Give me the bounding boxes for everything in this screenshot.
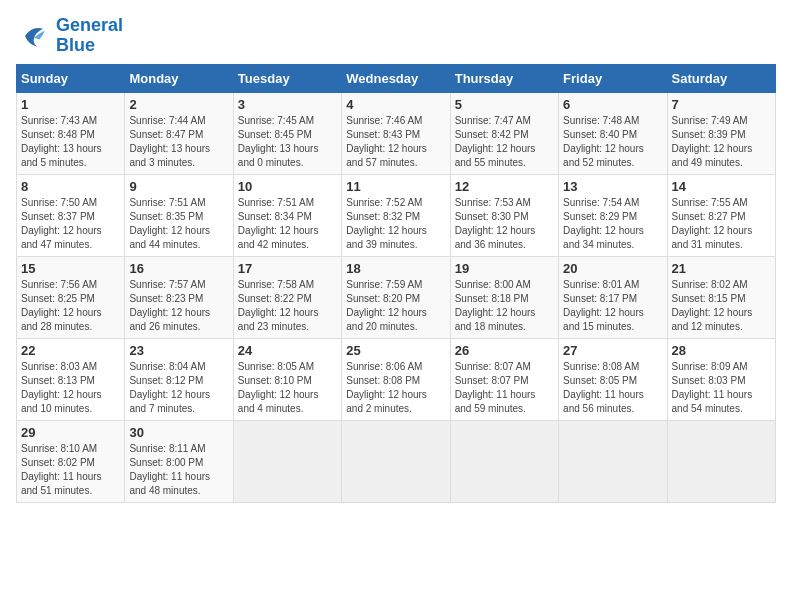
day-cell: 6Sunrise: 7:48 AMSunset: 8:40 PMDaylight… <box>559 92 667 174</box>
logo-icon <box>16 18 52 54</box>
day-cell: 16Sunrise: 7:57 AMSunset: 8:23 PMDayligh… <box>125 256 233 338</box>
header-wednesday: Wednesday <box>342 64 450 92</box>
calendar-header-row: SundayMondayTuesdayWednesdayThursdayFrid… <box>17 64 776 92</box>
day-number: 11 <box>346 179 445 194</box>
day-number: 17 <box>238 261 337 276</box>
day-detail: Sunrise: 7:55 AMSunset: 8:27 PMDaylight:… <box>672 196 771 252</box>
day-number: 2 <box>129 97 228 112</box>
logo-text: General <box>56 16 123 36</box>
day-number: 15 <box>21 261 120 276</box>
day-detail: Sunrise: 7:46 AMSunset: 8:43 PMDaylight:… <box>346 114 445 170</box>
day-number: 7 <box>672 97 771 112</box>
day-cell <box>342 420 450 502</box>
day-number: 14 <box>672 179 771 194</box>
day-number: 23 <box>129 343 228 358</box>
day-number: 9 <box>129 179 228 194</box>
day-detail: Sunrise: 7:44 AMSunset: 8:47 PMDaylight:… <box>129 114 228 170</box>
day-detail: Sunrise: 7:48 AMSunset: 8:40 PMDaylight:… <box>563 114 662 170</box>
day-detail: Sunrise: 8:01 AMSunset: 8:17 PMDaylight:… <box>563 278 662 334</box>
day-cell: 2Sunrise: 7:44 AMSunset: 8:47 PMDaylight… <box>125 92 233 174</box>
day-cell: 27Sunrise: 8:08 AMSunset: 8:05 PMDayligh… <box>559 338 667 420</box>
day-cell: 4Sunrise: 7:46 AMSunset: 8:43 PMDaylight… <box>342 92 450 174</box>
day-number: 10 <box>238 179 337 194</box>
day-cell: 14Sunrise: 7:55 AMSunset: 8:27 PMDayligh… <box>667 174 775 256</box>
day-detail: Sunrise: 7:49 AMSunset: 8:39 PMDaylight:… <box>672 114 771 170</box>
day-number: 8 <box>21 179 120 194</box>
day-cell: 20Sunrise: 8:01 AMSunset: 8:17 PMDayligh… <box>559 256 667 338</box>
day-number: 18 <box>346 261 445 276</box>
day-cell: 18Sunrise: 7:59 AMSunset: 8:20 PMDayligh… <box>342 256 450 338</box>
day-cell: 1Sunrise: 7:43 AMSunset: 8:48 PMDaylight… <box>17 92 125 174</box>
day-cell: 11Sunrise: 7:52 AMSunset: 8:32 PMDayligh… <box>342 174 450 256</box>
day-number: 22 <box>21 343 120 358</box>
day-cell: 24Sunrise: 8:05 AMSunset: 8:10 PMDayligh… <box>233 338 341 420</box>
week-row-5: 29Sunrise: 8:10 AMSunset: 8:02 PMDayligh… <box>17 420 776 502</box>
day-cell: 22Sunrise: 8:03 AMSunset: 8:13 PMDayligh… <box>17 338 125 420</box>
day-number: 12 <box>455 179 554 194</box>
day-cell: 21Sunrise: 8:02 AMSunset: 8:15 PMDayligh… <box>667 256 775 338</box>
day-number: 20 <box>563 261 662 276</box>
day-detail: Sunrise: 8:02 AMSunset: 8:15 PMDaylight:… <box>672 278 771 334</box>
day-number: 5 <box>455 97 554 112</box>
day-detail: Sunrise: 8:03 AMSunset: 8:13 PMDaylight:… <box>21 360 120 416</box>
day-cell: 26Sunrise: 8:07 AMSunset: 8:07 PMDayligh… <box>450 338 558 420</box>
day-detail: Sunrise: 7:51 AMSunset: 8:34 PMDaylight:… <box>238 196 337 252</box>
day-cell: 7Sunrise: 7:49 AMSunset: 8:39 PMDaylight… <box>667 92 775 174</box>
day-detail: Sunrise: 8:00 AMSunset: 8:18 PMDaylight:… <box>455 278 554 334</box>
day-cell: 28Sunrise: 8:09 AMSunset: 8:03 PMDayligh… <box>667 338 775 420</box>
day-detail: Sunrise: 7:51 AMSunset: 8:35 PMDaylight:… <box>129 196 228 252</box>
header-sunday: Sunday <box>17 64 125 92</box>
day-cell: 12Sunrise: 7:53 AMSunset: 8:30 PMDayligh… <box>450 174 558 256</box>
day-cell: 30Sunrise: 8:11 AMSunset: 8:00 PMDayligh… <box>125 420 233 502</box>
day-detail: Sunrise: 7:56 AMSunset: 8:25 PMDaylight:… <box>21 278 120 334</box>
day-number: 25 <box>346 343 445 358</box>
day-detail: Sunrise: 7:50 AMSunset: 8:37 PMDaylight:… <box>21 196 120 252</box>
day-cell: 10Sunrise: 7:51 AMSunset: 8:34 PMDayligh… <box>233 174 341 256</box>
day-number: 29 <box>21 425 120 440</box>
day-detail: Sunrise: 7:58 AMSunset: 8:22 PMDaylight:… <box>238 278 337 334</box>
day-cell: 15Sunrise: 7:56 AMSunset: 8:25 PMDayligh… <box>17 256 125 338</box>
day-cell: 9Sunrise: 7:51 AMSunset: 8:35 PMDaylight… <box>125 174 233 256</box>
day-number: 6 <box>563 97 662 112</box>
day-cell: 19Sunrise: 8:00 AMSunset: 8:18 PMDayligh… <box>450 256 558 338</box>
day-detail: Sunrise: 7:52 AMSunset: 8:32 PMDaylight:… <box>346 196 445 252</box>
week-row-3: 15Sunrise: 7:56 AMSunset: 8:25 PMDayligh… <box>17 256 776 338</box>
calendar-table: SundayMondayTuesdayWednesdayThursdayFrid… <box>16 64 776 503</box>
day-number: 28 <box>672 343 771 358</box>
day-detail: Sunrise: 7:57 AMSunset: 8:23 PMDaylight:… <box>129 278 228 334</box>
week-row-2: 8Sunrise: 7:50 AMSunset: 8:37 PMDaylight… <box>17 174 776 256</box>
day-detail: Sunrise: 7:53 AMSunset: 8:30 PMDaylight:… <box>455 196 554 252</box>
day-cell: 23Sunrise: 8:04 AMSunset: 8:12 PMDayligh… <box>125 338 233 420</box>
header-monday: Monday <box>125 64 233 92</box>
logo: General Blue <box>16 16 123 56</box>
week-row-4: 22Sunrise: 8:03 AMSunset: 8:13 PMDayligh… <box>17 338 776 420</box>
day-detail: Sunrise: 7:45 AMSunset: 8:45 PMDaylight:… <box>238 114 337 170</box>
day-cell <box>233 420 341 502</box>
day-detail: Sunrise: 8:07 AMSunset: 8:07 PMDaylight:… <box>455 360 554 416</box>
day-number: 16 <box>129 261 228 276</box>
day-cell: 13Sunrise: 7:54 AMSunset: 8:29 PMDayligh… <box>559 174 667 256</box>
day-detail: Sunrise: 7:59 AMSunset: 8:20 PMDaylight:… <box>346 278 445 334</box>
day-cell: 17Sunrise: 7:58 AMSunset: 8:22 PMDayligh… <box>233 256 341 338</box>
day-cell <box>450 420 558 502</box>
day-cell: 5Sunrise: 7:47 AMSunset: 8:42 PMDaylight… <box>450 92 558 174</box>
day-detail: Sunrise: 8:08 AMSunset: 8:05 PMDaylight:… <box>563 360 662 416</box>
header-tuesday: Tuesday <box>233 64 341 92</box>
day-cell: 25Sunrise: 8:06 AMSunset: 8:08 PMDayligh… <box>342 338 450 420</box>
day-number: 26 <box>455 343 554 358</box>
header-thursday: Thursday <box>450 64 558 92</box>
day-detail: Sunrise: 8:06 AMSunset: 8:08 PMDaylight:… <box>346 360 445 416</box>
day-number: 3 <box>238 97 337 112</box>
day-detail: Sunrise: 8:10 AMSunset: 8:02 PMDaylight:… <box>21 442 120 498</box>
day-number: 4 <box>346 97 445 112</box>
day-number: 24 <box>238 343 337 358</box>
week-row-1: 1Sunrise: 7:43 AMSunset: 8:48 PMDaylight… <box>17 92 776 174</box>
day-cell <box>559 420 667 502</box>
day-detail: Sunrise: 8:11 AMSunset: 8:00 PMDaylight:… <box>129 442 228 498</box>
day-cell: 3Sunrise: 7:45 AMSunset: 8:45 PMDaylight… <box>233 92 341 174</box>
day-number: 21 <box>672 261 771 276</box>
day-cell: 8Sunrise: 7:50 AMSunset: 8:37 PMDaylight… <box>17 174 125 256</box>
header-saturday: Saturday <box>667 64 775 92</box>
day-number: 19 <box>455 261 554 276</box>
day-detail: Sunrise: 8:04 AMSunset: 8:12 PMDaylight:… <box>129 360 228 416</box>
